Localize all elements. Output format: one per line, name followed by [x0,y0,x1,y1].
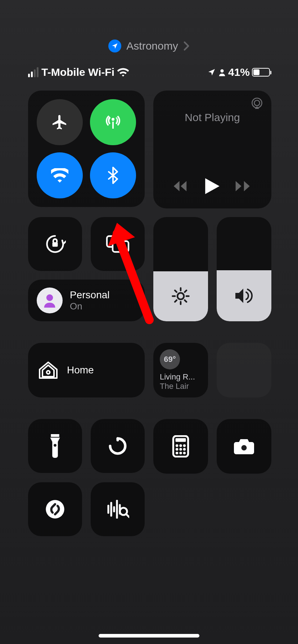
home-icon [38,361,58,380]
sun-icon [171,286,190,306]
battery-icon [252,68,270,77]
focus-mode-name: Personal [70,289,110,301]
svg-point-12 [176,444,178,447]
bluetooth-icon [107,167,119,184]
wifi-icon [51,168,68,183]
svg-point-8 [47,371,50,374]
wifi-toggle[interactable] [37,152,83,198]
speaker-icon [234,287,254,304]
home-indicator[interactable] [99,634,199,638]
media-platter[interactable]: Not Playing [153,91,271,208]
room-name: Living R... [160,372,202,382]
status-bar: T-Mobile Wi-Fi 41% [28,63,270,81]
svg-point-2 [254,100,260,106]
svg-point-0 [220,69,224,73]
svg-point-6 [177,293,184,299]
carrier-label: T-Mobile Wi-Fi [41,66,114,78]
location-icon [108,40,121,52]
fast-forward-button[interactable] [235,180,251,192]
shazam-button[interactable] [28,482,82,536]
svg-point-14 [183,444,186,447]
control-center: Astronomy T-Mobile Wi-Fi 41% [0,0,298,644]
signal-bars-icon [28,67,39,77]
svg-point-18 [176,452,178,454]
svg-point-13 [179,444,182,447]
orientation-lock-toggle[interactable] [28,217,82,271]
svg-rect-11 [176,438,186,442]
rewind-button[interactable] [173,180,189,192]
person-icon [218,68,226,77]
bluetooth-toggle[interactable] [90,152,136,198]
antenna-icon [104,114,122,131]
home-button[interactable]: Home [28,343,145,397]
airplay-icon[interactable] [250,97,263,110]
timer-button[interactable] [91,419,145,473]
airplane-mode-toggle[interactable] [37,99,83,145]
svg-point-17 [183,448,186,451]
chevron-right-icon [183,41,190,51]
brightness-slider[interactable] [153,217,208,321]
camera-icon [233,438,255,455]
spacer [28,406,271,410]
screen-mirroring-button[interactable] [91,217,145,271]
svg-point-7 [46,294,53,301]
svg-point-15 [176,448,178,451]
room-tile[interactable]: 69° Living R... The Lair [153,343,208,397]
airplane-icon [51,114,68,131]
focus-indicator[interactable]: Astronomy [0,40,298,52]
calculator-button[interactable] [153,419,208,474]
focus-mode-text: Personal On [70,289,110,312]
location-arrow-icon [207,68,216,77]
shazam-icon [45,499,65,519]
flashlight-icon [48,434,62,458]
timer-icon [108,436,128,456]
play-button[interactable] [205,178,220,194]
sound-recognition-button[interactable] [91,482,145,536]
sound-search-icon [106,500,129,519]
volume-slider[interactable] [217,217,271,321]
svg-point-9 [54,444,57,447]
svg-point-19 [179,452,182,454]
temperature-badge: 69° [160,349,180,369]
empty-slot [217,343,271,397]
now-playing-label: Not Playing [162,111,263,124]
wifi-icon [117,68,129,77]
svg-point-20 [183,452,186,454]
home-label: Home [67,364,94,376]
focus-app-label: Astronomy [126,40,178,52]
room-subtitle: The Lair [160,382,202,391]
connectivity-platter[interactable] [28,91,145,207]
svg-rect-5 [113,241,128,252]
flashlight-button[interactable] [28,419,82,473]
svg-point-16 [179,448,182,451]
cellular-data-toggle[interactable] [90,99,136,145]
rotation-lock-icon [44,233,66,255]
screen-mirroring-icon [105,234,130,254]
controls-grid: Not Playing [28,91,270,534]
focus-mode-button[interactable]: Personal On [28,280,145,321]
svg-point-23 [46,500,64,518]
person-focus-icon [37,288,63,313]
focus-mode-state: On [70,301,110,312]
spacer [28,330,271,334]
camera-button[interactable] [217,419,271,474]
svg-rect-3 [53,242,58,247]
calculator-icon [172,435,190,457]
battery-percent: 41% [228,66,250,78]
